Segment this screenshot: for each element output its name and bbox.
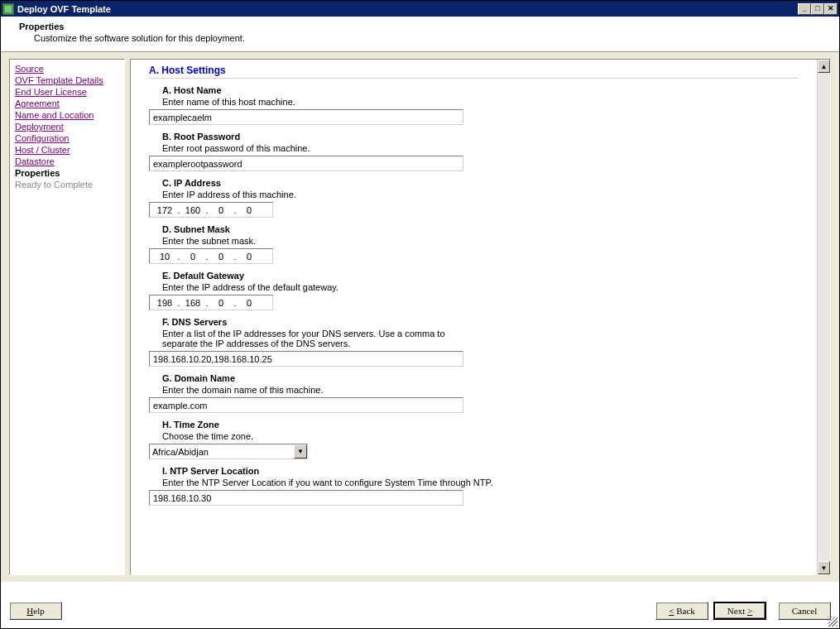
sidebar-item-datastore[interactable]: Datastore bbox=[15, 156, 119, 167]
gateway-desc: Enter the IP address of the default gate… bbox=[162, 282, 799, 292]
hostname-desc: Enter name of this host machine. bbox=[162, 97, 799, 107]
vertical-scrollbar[interactable]: ▲ ▼ bbox=[817, 60, 830, 574]
button-bar: Help < Back Next > Cancel bbox=[9, 602, 831, 620]
subnet-octet-1[interactable] bbox=[153, 252, 176, 262]
page-header: Properties Customize the software soluti… bbox=[1, 17, 839, 52]
sidebar-item-ready: Ready to Complete bbox=[15, 179, 119, 190]
app-icon bbox=[2, 3, 14, 15]
tz-select[interactable]: Africa/Abidjan ▼ bbox=[149, 444, 308, 459]
ip-input[interactable]: . . . bbox=[149, 202, 273, 218]
ip-octet-1[interactable] bbox=[153, 205, 176, 215]
chevron-down-icon[interactable]: ▼ bbox=[294, 444, 307, 459]
hostname-input[interactable] bbox=[149, 109, 463, 125]
next-button[interactable]: Next > bbox=[713, 602, 766, 620]
ip-label: C. IP Address bbox=[162, 178, 799, 188]
ip-octet-2[interactable] bbox=[181, 205, 204, 215]
page-title: Properties bbox=[19, 22, 828, 31]
subnet-label: D. Subnet Mask bbox=[162, 224, 799, 234]
tz-label: H. Time Zone bbox=[162, 420, 799, 430]
domain-label: G. Domain Name bbox=[162, 373, 799, 383]
domain-desc: Enter the domain name of this machine. bbox=[162, 385, 799, 395]
close-button[interactable]: ✕ bbox=[824, 3, 838, 15]
dns-label: F. DNS Servers bbox=[162, 317, 799, 327]
sidebar-item-source[interactable]: Source bbox=[15, 63, 119, 74]
tz-value: Africa/Abidjan bbox=[152, 447, 209, 457]
gateway-label: E. Default Gateway bbox=[162, 271, 799, 281]
ntp-label: I. NTP Server Location bbox=[162, 466, 799, 476]
subnet-desc: Enter the subnet mask. bbox=[162, 236, 799, 246]
rootpw-label: B. Root Password bbox=[162, 132, 799, 142]
maximize-button[interactable]: □ bbox=[811, 3, 824, 15]
rootpw-input[interactable] bbox=[149, 156, 463, 171]
titlebar[interactable]: Deploy OVF Template _ □ ✕ bbox=[1, 1, 839, 17]
ip-desc: Enter IP address of this machine. bbox=[162, 190, 799, 199]
scroll-track[interactable] bbox=[818, 73, 830, 561]
subnet-octet-3[interactable] bbox=[209, 252, 233, 262]
ip-octet-3[interactable] bbox=[209, 205, 233, 215]
hostname-label: A. Host Name bbox=[162, 85, 799, 95]
sidebar-item-name-location[interactable]: Name and Location bbox=[15, 109, 119, 121]
dns-input[interactable] bbox=[149, 351, 463, 367]
help-button[interactable]: Help bbox=[9, 602, 62, 620]
tz-desc: Choose the time zone. bbox=[162, 431, 799, 441]
ip-octet-4[interactable] bbox=[238, 205, 261, 215]
ntp-desc: Enter the NTP Server Location if you wan… bbox=[162, 478, 799, 487]
ntp-input[interactable] bbox=[149, 490, 463, 506]
main-panel: A. Host Settings A. Host Name Enter name… bbox=[130, 59, 831, 575]
domain-input[interactable] bbox=[149, 397, 463, 413]
sidebar-item-deployment-config[interactable]: Deployment Configuration bbox=[15, 121, 119, 144]
section-title: A. Host Settings bbox=[149, 65, 799, 79]
window-title: Deploy OVF Template bbox=[17, 4, 798, 14]
subnet-input[interactable]: . . . bbox=[149, 248, 273, 264]
page-subtitle: Customize the software solution for this… bbox=[34, 33, 828, 43]
dns-desc: Enter a list of the IP addresses for you… bbox=[162, 329, 477, 348]
minimize-button[interactable]: _ bbox=[798, 3, 811, 15]
gateway-octet-2[interactable] bbox=[181, 298, 204, 308]
gateway-octet-3[interactable] bbox=[209, 298, 233, 308]
gateway-input[interactable]: . . . bbox=[149, 295, 273, 310]
gateway-octet-1[interactable] bbox=[153, 298, 176, 308]
sidebar-item-properties: Properties bbox=[15, 167, 119, 179]
gateway-octet-4[interactable] bbox=[238, 298, 261, 308]
sidebar-item-ovf-details[interactable]: OVF Template Details bbox=[15, 74, 119, 86]
cancel-button[interactable]: Cancel bbox=[778, 602, 831, 620]
resize-grip-icon[interactable] bbox=[828, 617, 838, 627]
back-button[interactable]: < Back bbox=[655, 602, 708, 620]
rootpw-desc: Enter root password of this machine. bbox=[162, 143, 799, 153]
sidebar-item-host-cluster[interactable]: Host / Cluster bbox=[15, 144, 119, 156]
subnet-octet-4[interactable] bbox=[238, 252, 261, 262]
scroll-down-icon[interactable]: ▼ bbox=[818, 561, 830, 574]
subnet-octet-2[interactable] bbox=[181, 252, 204, 262]
wizard-sidebar: Source OVF Template Details End User Lic… bbox=[9, 59, 125, 575]
scroll-up-icon[interactable]: ▲ bbox=[818, 60, 830, 73]
sidebar-item-eula[interactable]: End User License Agreement bbox=[15, 86, 119, 109]
